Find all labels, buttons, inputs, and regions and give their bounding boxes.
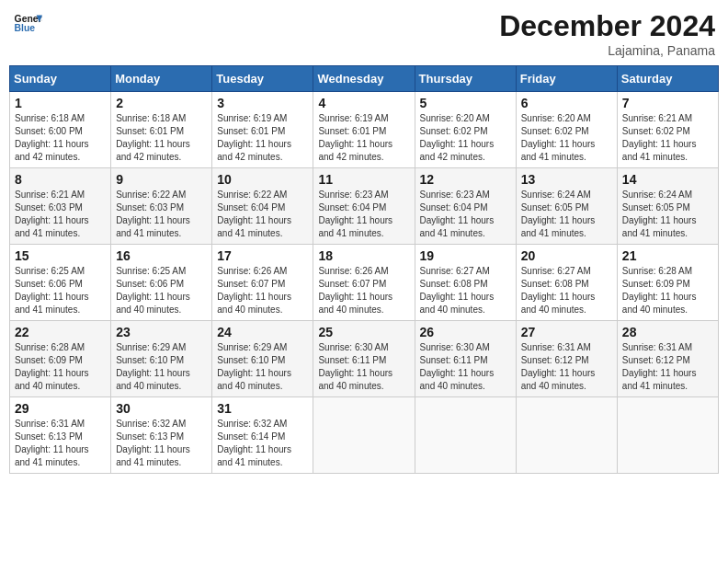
day-number: 16	[116, 248, 207, 263]
calendar-cell	[313, 397, 415, 474]
calendar-cell: 25Sunrise: 6:30 AM Sunset: 6:11 PM Dayli…	[313, 321, 415, 397]
day-info: Sunrise: 6:23 AM Sunset: 6:04 PM Dayligh…	[318, 189, 409, 240]
day-info: Sunrise: 6:24 AM Sunset: 6:05 PM Dayligh…	[521, 189, 612, 240]
day-info: Sunrise: 6:29 AM Sunset: 6:10 PM Dayligh…	[116, 341, 207, 393]
day-number: 2	[116, 96, 207, 110]
day-number: 27	[521, 325, 612, 339]
day-info: Sunrise: 6:27 AM Sunset: 6:08 PM Dayligh…	[521, 265, 612, 316]
day-info: Sunrise: 6:30 AM Sunset: 6:11 PM Dayligh…	[318, 341, 409, 393]
calendar-cell: 4Sunrise: 6:19 AM Sunset: 6:01 PM Daylig…	[313, 92, 415, 168]
day-number: 8	[15, 172, 106, 187]
day-info: Sunrise: 6:31 AM Sunset: 6:13 PM Dayligh…	[15, 418, 106, 469]
calendar-cell: 28Sunrise: 6:31 AM Sunset: 6:12 PM Dayli…	[617, 321, 718, 397]
day-info: Sunrise: 6:28 AM Sunset: 6:09 PM Dayligh…	[15, 341, 106, 393]
day-info: Sunrise: 6:22 AM Sunset: 6:04 PM Dayligh…	[217, 189, 308, 240]
day-number: 4	[318, 96, 409, 110]
day-number: 18	[318, 248, 409, 263]
calendar-week-row: 1Sunrise: 6:18 AM Sunset: 6:00 PM Daylig…	[10, 92, 719, 168]
calendar-cell: 16Sunrise: 6:25 AM Sunset: 6:06 PM Dayli…	[111, 245, 212, 321]
calendar-cell: 10Sunrise: 6:22 AM Sunset: 6:04 PM Dayli…	[212, 168, 313, 245]
day-number: 3	[217, 96, 308, 110]
calendar-cell: 3Sunrise: 6:19 AM Sunset: 6:01 PM Daylig…	[212, 92, 313, 168]
day-number: 25	[318, 325, 409, 339]
weekday-header: Sunday	[10, 66, 111, 92]
weekday-header: Thursday	[415, 66, 516, 92]
day-info: Sunrise: 6:18 AM Sunset: 6:01 PM Dayligh…	[116, 112, 207, 164]
calendar-cell: 1Sunrise: 6:18 AM Sunset: 6:00 PM Daylig…	[10, 92, 111, 168]
day-number: 30	[116, 401, 207, 416]
weekday-header-row: SundayMondayTuesdayWednesdayThursdayFrid…	[10, 66, 719, 92]
day-info: Sunrise: 6:22 AM Sunset: 6:03 PM Dayligh…	[116, 189, 207, 240]
day-number: 24	[217, 325, 308, 339]
calendar-cell: 15Sunrise: 6:25 AM Sunset: 6:06 PM Dayli…	[10, 245, 111, 321]
day-info: Sunrise: 6:27 AM Sunset: 6:08 PM Dayligh…	[420, 265, 511, 316]
day-number: 15	[15, 248, 106, 263]
day-number: 5	[420, 96, 511, 110]
day-number: 14	[622, 172, 713, 187]
day-info: Sunrise: 6:32 AM Sunset: 6:13 PM Dayligh…	[116, 418, 207, 469]
day-info: Sunrise: 6:29 AM Sunset: 6:10 PM Dayligh…	[217, 341, 308, 393]
calendar-cell: 24Sunrise: 6:29 AM Sunset: 6:10 PM Dayli…	[212, 321, 313, 397]
day-info: Sunrise: 6:18 AM Sunset: 6:00 PM Dayligh…	[15, 112, 106, 164]
day-info: Sunrise: 6:21 AM Sunset: 6:03 PM Dayligh…	[15, 189, 106, 240]
day-number: 10	[217, 172, 308, 187]
weekday-header: Wednesday	[313, 66, 415, 92]
day-number: 28	[622, 325, 713, 339]
day-info: Sunrise: 6:23 AM Sunset: 6:04 PM Dayligh…	[420, 189, 511, 240]
calendar-cell: 17Sunrise: 6:26 AM Sunset: 6:07 PM Dayli…	[212, 245, 313, 321]
logo: General Blue	[13, 9, 42, 39]
day-number: 6	[521, 96, 612, 110]
month-title: December 2024	[499, 9, 715, 43]
calendar-table: SundayMondayTuesdayWednesdayThursdayFrid…	[9, 65, 719, 474]
calendar-cell: 14Sunrise: 6:24 AM Sunset: 6:05 PM Dayli…	[617, 168, 718, 245]
calendar-cell: 31Sunrise: 6:32 AM Sunset: 6:14 PM Dayli…	[212, 397, 313, 474]
logo-icon: General Blue	[13, 9, 42, 39]
weekday-header: Saturday	[617, 66, 718, 92]
day-info: Sunrise: 6:20 AM Sunset: 6:02 PM Dayligh…	[521, 112, 612, 164]
day-number: 23	[116, 325, 207, 339]
calendar-cell: 5Sunrise: 6:20 AM Sunset: 6:02 PM Daylig…	[415, 92, 516, 168]
day-number: 26	[420, 325, 511, 339]
calendar-cell: 23Sunrise: 6:29 AM Sunset: 6:10 PM Dayli…	[111, 321, 212, 397]
day-info: Sunrise: 6:19 AM Sunset: 6:01 PM Dayligh…	[318, 112, 409, 164]
calendar-cell: 29Sunrise: 6:31 AM Sunset: 6:13 PM Dayli…	[10, 397, 111, 474]
calendar-cell: 8Sunrise: 6:21 AM Sunset: 6:03 PM Daylig…	[10, 168, 111, 245]
calendar-cell: 6Sunrise: 6:20 AM Sunset: 6:02 PM Daylig…	[516, 92, 617, 168]
calendar-cell: 13Sunrise: 6:24 AM Sunset: 6:05 PM Dayli…	[516, 168, 617, 245]
day-number: 31	[217, 401, 308, 416]
day-number: 13	[521, 172, 612, 187]
calendar-cell: 9Sunrise: 6:22 AM Sunset: 6:03 PM Daylig…	[111, 168, 212, 245]
calendar-cell: 11Sunrise: 6:23 AM Sunset: 6:04 PM Dayli…	[313, 168, 415, 245]
day-info: Sunrise: 6:25 AM Sunset: 6:06 PM Dayligh…	[116, 265, 207, 316]
calendar-cell: 19Sunrise: 6:27 AM Sunset: 6:08 PM Dayli…	[415, 245, 516, 321]
calendar-cell: 30Sunrise: 6:32 AM Sunset: 6:13 PM Dayli…	[111, 397, 212, 474]
calendar-week-row: 8Sunrise: 6:21 AM Sunset: 6:03 PM Daylig…	[10, 168, 719, 245]
calendar-cell: 18Sunrise: 6:26 AM Sunset: 6:07 PM Dayli…	[313, 245, 415, 321]
day-number: 9	[116, 172, 207, 187]
day-info: Sunrise: 6:31 AM Sunset: 6:12 PM Dayligh…	[521, 341, 612, 393]
day-number: 1	[15, 96, 106, 110]
day-info: Sunrise: 6:20 AM Sunset: 6:02 PM Dayligh…	[420, 112, 511, 164]
day-number: 7	[622, 96, 713, 110]
day-number: 20	[521, 248, 612, 263]
page-header: General Blue December 2024 Lajamina, Pan…	[9, 9, 719, 58]
calendar-cell: 7Sunrise: 6:21 AM Sunset: 6:02 PM Daylig…	[617, 92, 718, 168]
calendar-cell: 27Sunrise: 6:31 AM Sunset: 6:12 PM Dayli…	[516, 321, 617, 397]
day-info: Sunrise: 6:31 AM Sunset: 6:12 PM Dayligh…	[622, 341, 713, 393]
calendar-cell: 12Sunrise: 6:23 AM Sunset: 6:04 PM Dayli…	[415, 168, 516, 245]
day-info: Sunrise: 6:26 AM Sunset: 6:07 PM Dayligh…	[217, 265, 308, 316]
day-info: Sunrise: 6:30 AM Sunset: 6:11 PM Dayligh…	[420, 341, 511, 393]
day-info: Sunrise: 6:28 AM Sunset: 6:09 PM Dayligh…	[622, 265, 713, 316]
day-info: Sunrise: 6:24 AM Sunset: 6:05 PM Dayligh…	[622, 189, 713, 240]
calendar-cell: 20Sunrise: 6:27 AM Sunset: 6:08 PM Dayli…	[516, 245, 617, 321]
svg-text:Blue: Blue	[15, 23, 36, 33]
calendar-week-row: 15Sunrise: 6:25 AM Sunset: 6:06 PM Dayli…	[10, 245, 719, 321]
day-info: Sunrise: 6:25 AM Sunset: 6:06 PM Dayligh…	[15, 265, 106, 316]
location: Lajamina, Panama	[499, 43, 715, 58]
weekday-header: Friday	[516, 66, 617, 92]
calendar-cell	[415, 397, 516, 474]
title-area: December 2024 Lajamina, Panama	[499, 9, 715, 58]
day-number: 21	[622, 248, 713, 263]
calendar-cell: 21Sunrise: 6:28 AM Sunset: 6:09 PM Dayli…	[617, 245, 718, 321]
day-number: 19	[420, 248, 511, 263]
